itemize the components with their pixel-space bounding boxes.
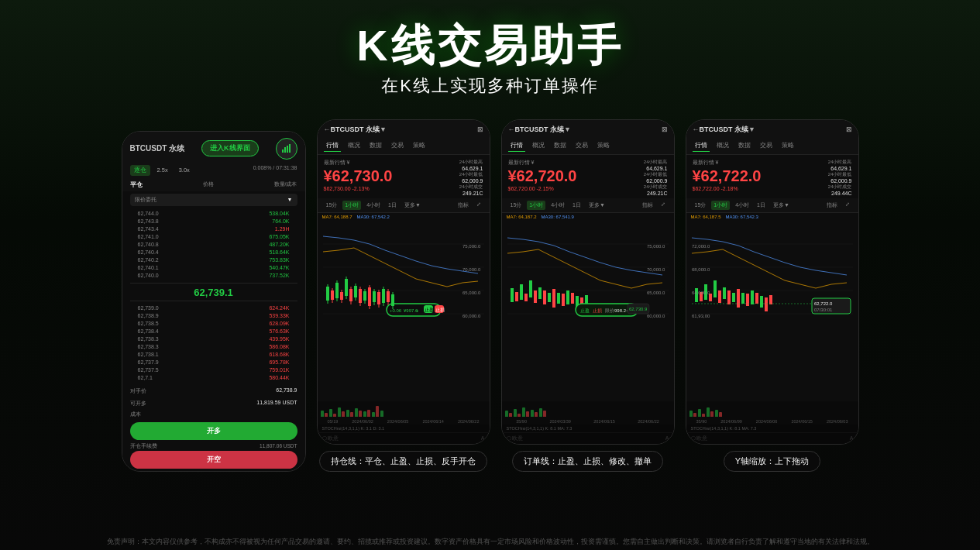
svg-rect-107 [718,290,721,303]
time-4h-3[interactable]: 4小时 [548,201,567,210]
svg-rect-109 [727,290,731,304]
phones-row: BTCUSDT 永续 进入K线界面 逐 [0,119,980,472]
header-section: K线交易助手 在K线上实现多种订单操作 [0,0,980,105]
svg-text:62,722.0: 62,722.0 [814,301,833,306]
phone-4: ← BTCUSDT 永续 ▼ ⊠ 行情 概况 数据 交易 策略 [686,119,859,445]
tab-data-3[interactable]: 数据 [552,140,569,152]
tab-market[interactable]: 行情 [324,140,341,152]
tab-trade[interactable]: 交易 [389,140,406,152]
svg-rect-74 [534,290,537,303]
svg-rect-114 [751,290,754,304]
phone-3-header: ← BTCUSDT 永续 ▼ ⊠ [502,120,674,138]
chart-icon[interactable] [276,138,297,160]
tab-jucang[interactable]: 逐仓 [130,165,150,176]
time-1h-4[interactable]: 1小时 [711,201,730,210]
time-1h[interactable]: 1小时 [342,201,361,210]
svg-rect-76 [543,290,546,304]
indicator-btn-4[interactable]: 指标 [824,201,840,210]
svg-rect-111 [737,289,740,308]
tab-overview[interactable]: 概况 [346,140,363,152]
svg-rect-3 [289,144,291,153]
svg-rect-106 [714,280,717,297]
phone-2: ← BTCUSDT 永续 ▼ ⊠ 行情 概况 数据 交易 策略 [317,119,490,445]
svg-text:60,000.0: 60,000.0 [647,314,665,318]
time-1h-3[interactable]: 1小时 [527,201,545,210]
phone-4-nav: 行情 概况 数据 交易 策略 [686,138,858,155]
svg-text:70,000.0: 70,000.0 [462,267,481,272]
svg-rect-23 [349,289,352,301]
svg-rect-113 [746,294,749,306]
svg-rect-32 [363,291,366,301]
time-4h[interactable]: 4小时 [364,201,383,210]
phone-2-wrapper: ← BTCUSDT 永续 ▼ ⊠ 行情 概况 数据 交易 策略 [317,119,490,472]
orderbook-rows-below: 62,739.0624.24K 62,738.9539.33K 62,738.5… [130,303,297,383]
phone-3-chart: 止盈 止损 限价 998.2 × 62,730.9 75,000.0 70,00… [502,221,674,401]
svg-text:61,93,00: 61,93,00 [692,314,710,318]
svg-rect-71 [520,284,523,300]
orderbook-rows: 62,744.0538.04K 62,743.8764.0K 62,743.41… [130,208,297,281]
order-type-field[interactable]: 限价委托 ▼ [130,194,297,206]
svg-rect-47 [387,291,390,302]
tab-market-3[interactable]: 行情 [508,140,525,152]
tab-25x[interactable]: 2.5x [153,165,172,176]
time-more-3[interactable]: 更多▼ [586,201,607,210]
tab-strategy-3[interactable]: 策略 [595,140,612,152]
time-more-4[interactable]: 更多▼ [771,201,792,210]
tab-trade-4[interactable]: 交易 [758,140,775,152]
time-4h-4[interactable]: 4小时 [733,201,751,210]
tab-data[interactable]: 数据 [367,140,384,152]
svg-rect-82 [571,293,574,304]
svg-rect-81 [566,290,569,304]
tab-trade-3[interactable]: 交易 [573,140,590,152]
main-container: K线交易助手 在K线上实现多种订单操作 BTCUSDT 永续 进入K线界面 [0,0,980,550]
tab-market-4[interactable]: 行情 [693,140,710,152]
time-more[interactable]: 更多▼ [402,201,423,210]
svg-rect-116 [760,296,763,308]
svg-rect-8 [326,287,329,301]
svg-text:止盈: 止盈 [580,308,590,313]
tab-data-4[interactable]: 数据 [736,140,753,152]
svg-rect-38 [373,291,376,302]
phone-4-time-toolbar: 15分 1小时 4小时 1日 更多▼ 指标 ⤢ [686,198,858,213]
main-title: K线交易助手 [0,22,980,70]
time-15m-4[interactable]: 15分 [693,201,709,210]
svg-rect-41 [377,292,380,304]
phone-4-title: BTCUSDT 永续 [700,125,749,135]
phone-2-time-toolbar: 15分 1小时 4小时 1日 更多▼ 指标 ⤢ [318,198,490,213]
tab-strategy-4[interactable]: 策略 [779,140,796,152]
svg-text:72,000.0: 72,000.0 [692,244,710,249]
time-1d-4[interactable]: 1日 [755,201,768,210]
svg-rect-75 [538,287,542,299]
svg-rect-115 [755,293,758,304]
time-1d-3[interactable]: 1日 [570,201,583,210]
phone-3-time-toolbar: 15分 1小时 4小时 1日 更多▼ 指标 ⤢ [502,198,674,213]
phone-3-annotation: 订单线：止盈、止损、修改、撤单 [512,451,663,472]
phone-2-title: BTCUSDT 永续 [331,125,380,135]
time-1d[interactable]: 1日 [386,201,399,210]
tab-30x[interactable]: 3.0x [175,165,194,176]
fullscreen-btn-3[interactable]: ⤢ [658,201,668,210]
svg-rect-2 [287,146,288,153]
enter-kline-button[interactable]: 进入K线界面 [201,140,259,156]
svg-rect-14 [335,283,339,298]
indicator-btn[interactable]: 指标 [456,201,471,210]
tab-overview-4[interactable]: 概况 [714,140,731,152]
open-short-button[interactable]: 开空 [130,451,297,469]
svg-text:07/30:01: 07/30:01 [814,308,833,312]
indicator-btn-3[interactable]: 指标 [640,201,655,210]
svg-rect-70 [515,292,518,301]
open-long-button[interactable]: 开多 [130,422,297,440]
fullscreen-btn-4[interactable]: ⤢ [843,201,852,210]
svg-text:68,000.0: 68,000.0 [692,267,710,272]
svg-text:x: x [416,308,418,313]
tab-overview-3[interactable]: 概况 [530,140,547,152]
phone-3: ← BTCUSDT 永续 ▼ ⊠ 行情 概况 数据 交易 策略 [501,119,675,445]
time-15m[interactable]: 15分 [324,201,340,210]
tab-strategy[interactable]: 策略 [411,140,428,152]
svg-rect-17 [340,292,343,300]
svg-rect-110 [732,293,735,302]
phone-4-price: 最新行情 ¥ ¥62,722.0 $62,722.00 -2.18% 24小时最… [686,155,858,198]
fullscreen-btn[interactable]: ⤢ [474,201,483,210]
time-15m-3[interactable]: 15分 [508,201,524,210]
svg-text:+0.06: +0.06 [390,308,402,313]
